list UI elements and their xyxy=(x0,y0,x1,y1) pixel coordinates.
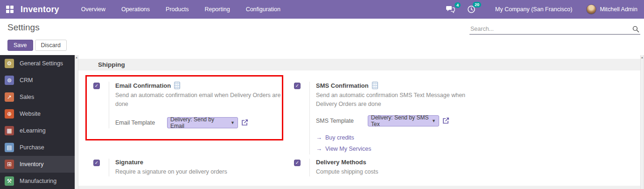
presentation-icon: ▦ xyxy=(5,126,14,135)
sidebar-item-label: General Settings xyxy=(20,60,63,67)
sidebar-item-label: CRM xyxy=(20,77,33,84)
nav-menu-products[interactable]: Products xyxy=(158,0,196,19)
signature-label: Signature xyxy=(115,159,143,166)
setting-delivery-methods: ✓ Delivery Methods Compute shipping cost… xyxy=(294,159,488,176)
setting-sms-confirmation: ✓ SMS Confirmation Send an automatic con… xyxy=(294,82,488,154)
nav-menu-reporting[interactable]: Reporting xyxy=(196,0,238,19)
section-title: Shipping xyxy=(98,59,125,70)
sms-confirmation-label: SMS Confirmation xyxy=(316,82,369,89)
enterprise-icon xyxy=(372,82,378,89)
chevron-down-icon: ▼ xyxy=(231,120,235,125)
sidebar-item-manufacturing[interactable]: ⚒Manufacturing xyxy=(0,173,75,189)
sidebar-item-label: Sales xyxy=(20,94,34,100)
email-template-external-link-icon[interactable] xyxy=(241,119,249,126)
email-template-select[interactable]: Delivery: Send by Email ▼ xyxy=(167,117,238,128)
buy-credits-link[interactable]: → Buy credits xyxy=(316,132,488,143)
sidebar-item-general-settings[interactable]: ⚙General Settings xyxy=(0,55,75,72)
sms-template-select[interactable]: Delivery: Send by SMS Tex ▼ xyxy=(368,115,439,126)
arrow-right-icon: → xyxy=(316,132,322,143)
chat-bubbles-icon xyxy=(446,6,455,14)
app-menu: OverviewOperationsProductsReportingConfi… xyxy=(73,0,288,19)
control-panel: Settings Save Discard xyxy=(0,19,644,55)
sidebar-item-label: Purchase xyxy=(20,144,44,151)
sidebar-item-inventory[interactable]: ⊞Inventory xyxy=(0,156,75,173)
credit-card-icon: ▤ xyxy=(5,143,14,152)
setting-signature: ✓ Signature Require a signature on your … xyxy=(93,159,287,176)
sidebar-scrollbar[interactable]: ▲ xyxy=(75,55,78,189)
top-navbar: Inventory OverviewOperationsProductsRepo… xyxy=(0,0,644,19)
sms-confirmation-checkbox[interactable]: ✓ xyxy=(294,83,301,89)
company-switcher[interactable]: My Company (San Francisco) xyxy=(495,6,572,13)
nav-menu-overview[interactable]: Overview xyxy=(73,0,113,19)
messages-icon[interactable]: 4 xyxy=(446,6,455,14)
sidebar-item-sales[interactable]: ↗Sales xyxy=(0,89,75,105)
arrow-right-icon: → xyxy=(316,143,322,154)
sales-chart-icon: ↗ xyxy=(5,92,14,102)
button-row: Save Discard xyxy=(7,40,67,51)
wrench-icon: ⚒ xyxy=(5,176,14,186)
signature-description: Require a signature on your delivery ord… xyxy=(115,168,287,176)
workspace: ⚙General Settings⊚CRM↗Sales⊕Website▦eLea… xyxy=(0,55,644,189)
box-icon: ⊞ xyxy=(5,160,14,169)
app-title[interactable]: Inventory xyxy=(21,5,59,14)
sms-template-label: SMS Template xyxy=(316,118,368,124)
settings-sidebar: ⚙General Settings⊚CRM↗Sales⊕Website▦eLea… xyxy=(0,55,75,189)
discard-button[interactable]: Discard xyxy=(35,40,67,51)
nav-menu-configuration[interactable]: Configuration xyxy=(238,0,288,19)
search-box xyxy=(469,24,640,35)
sidebar-item-label: Website xyxy=(20,111,41,117)
signature-checkbox[interactable]: ✓ xyxy=(93,160,100,166)
search-input[interactable] xyxy=(469,24,640,35)
delivery-methods-description: Compute shipping costs xyxy=(316,168,488,176)
gear-icon: ⚙ xyxy=(5,59,14,68)
nav-menu-operations[interactable]: Operations xyxy=(113,0,158,19)
delivery-methods-label: Delivery Methods xyxy=(316,159,366,166)
sidebar-item-purchase[interactable]: ▤Purchase xyxy=(0,139,75,156)
sidebar-item-crm[interactable]: ⊚CRM xyxy=(0,72,75,89)
settings-main: Shipping ✓ Email Confirmation Send an au… xyxy=(78,55,640,189)
sidebar-item-website[interactable]: ⊕Website xyxy=(0,105,75,122)
apps-menu-icon[interactable] xyxy=(6,6,14,13)
sms-confirmation-description: Send an automatic confirmation SMS Text … xyxy=(316,91,488,109)
chevron-down-icon: ▼ xyxy=(432,119,436,123)
next-section-band xyxy=(78,186,640,189)
sidebar-item-label: eLearning xyxy=(20,127,46,134)
page-title: Settings xyxy=(7,22,40,33)
search-icon[interactable] xyxy=(632,26,639,35)
user-avatar[interactable] xyxy=(586,4,596,14)
sidebar-item-label: Inventory xyxy=(20,161,43,168)
activities-icon[interactable]: 20 xyxy=(467,5,476,14)
user-menu[interactable]: Mitchell Admin xyxy=(600,6,637,13)
section-header: Shipping xyxy=(78,59,640,70)
sidebar-item-label: Manufacturing xyxy=(20,178,56,184)
view-my-services-link[interactable]: → View My Services xyxy=(316,143,488,154)
email-confirmation-label: Email Confirmation xyxy=(115,82,171,89)
email-confirmation-description: Send an automatic confirmation email whe… xyxy=(115,91,287,109)
email-confirmation-checkbox[interactable]: ✓ xyxy=(93,83,100,89)
main-scrollbar[interactable]: ▲ xyxy=(640,55,644,189)
delivery-methods-checkbox[interactable]: ✓ xyxy=(294,160,301,166)
enterprise-icon xyxy=(174,82,180,89)
sms-template-external-link-icon[interactable] xyxy=(442,117,450,125)
crm-icon: ⊚ xyxy=(5,76,14,85)
globe-icon: ⊕ xyxy=(5,109,14,119)
sidebar-item-elearning[interactable]: ▦eLearning xyxy=(0,122,75,139)
email-template-label: Email Template xyxy=(115,119,167,126)
navbar-right: 4 20 My Company (San Francisco) Mitchell… xyxy=(446,4,637,14)
activities-badge: 20 xyxy=(473,2,481,7)
setting-email-confirmation: ✓ Email Confirmation Send an automatic c… xyxy=(93,82,287,128)
save-button[interactable]: Save xyxy=(7,40,33,51)
messages-badge: 4 xyxy=(455,2,461,8)
